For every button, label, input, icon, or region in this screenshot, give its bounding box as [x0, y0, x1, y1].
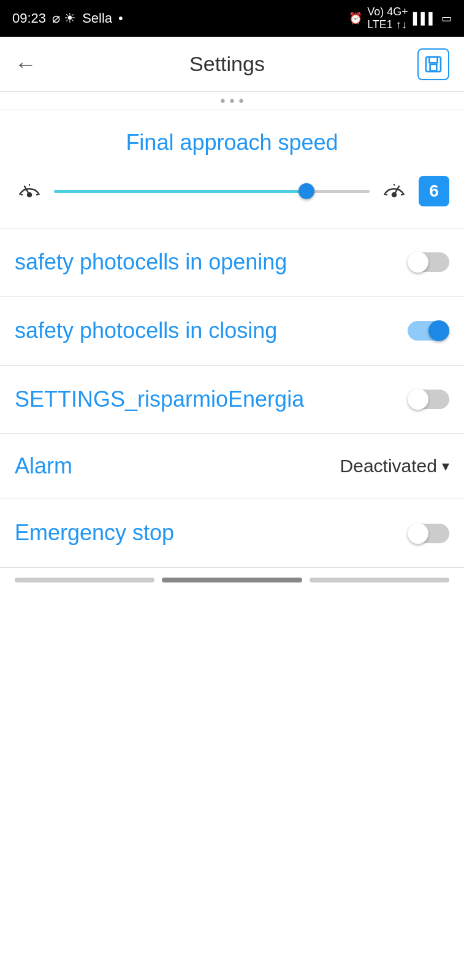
svg-rect-2: [430, 64, 437, 71]
safety-photocells-opening-section: safety photocells in opening: [0, 228, 464, 297]
safety-photocells-closing-label: safety photocells in closing: [15, 317, 408, 345]
svg-point-4: [28, 193, 31, 197]
status-time: 09:23: [12, 10, 46, 26]
battery-icon: ▭: [441, 12, 452, 25]
safety-photocells-closing-toggle[interactable]: [408, 319, 449, 342]
scroll-pill-2: [162, 578, 302, 582]
nav-bar: ← Settings: [0, 37, 464, 92]
speedometer-high-svg: [379, 174, 409, 203]
scroll-pill-3: [310, 578, 449, 582]
status-bar: 09:23 ⌀ ☀ Sella • ⏰ Vo) 4G+LTE1 ↑↓ ▌▌▌ ▭: [0, 0, 464, 37]
status-dot: •: [118, 10, 123, 26]
alarm-icon: ⏰: [349, 12, 362, 25]
toggle-thumb: [408, 389, 428, 410]
speedometer-low-svg: [15, 174, 44, 203]
save-button[interactable]: [417, 48, 449, 80]
svg-point-9: [392, 193, 396, 197]
scroll-pill-1: [15, 578, 154, 582]
safety-photocells-opening-label: safety photocells in opening: [15, 248, 408, 277]
alarm-value: Deactivated: [340, 456, 437, 477]
final-approach-speed-section: Final approach speed: [0, 110, 464, 228]
slider-value-badge: 6: [419, 176, 449, 206]
scroll-indicators: [0, 568, 464, 592]
alarm-label: Alarm: [15, 453, 72, 479]
chevron-down-icon: ▾: [442, 458, 449, 475]
slider-row: 6: [15, 174, 449, 208]
slider-track: [54, 190, 370, 193]
toggle-thumb: [428, 320, 449, 341]
speed-slider[interactable]: [54, 179, 370, 203]
signal-icon: ▌▌▌: [413, 12, 436, 25]
svg-rect-1: [429, 57, 437, 62]
toggle-thumb: [408, 523, 428, 544]
risparmio-energia-label: SETTINGS_risparmioEnergia: [15, 385, 408, 414]
risparmio-energia-toggle[interactable]: [408, 388, 449, 411]
speed-high-icon: [379, 174, 409, 208]
alarm-section: Alarm Deactivated ▾: [0, 434, 464, 499]
page-title: Settings: [189, 52, 265, 76]
status-icons: ⌀ ☀: [52, 10, 76, 26]
scroll-indicator-top: • • •: [0, 92, 464, 110]
speed-low-icon: [15, 174, 44, 208]
back-button[interactable]: ←: [15, 53, 37, 75]
risparmio-energia-section: SETTINGS_risparmioEnergia: [0, 366, 464, 434]
emergency-stop-section: Emergency stop: [0, 499, 464, 568]
save-icon: [424, 55, 443, 74]
slider-thumb[interactable]: [299, 183, 314, 199]
alarm-dropdown[interactable]: Deactivated ▾: [340, 456, 449, 477]
slider-value: 6: [429, 181, 439, 201]
safety-photocells-opening-toggle[interactable]: [408, 251, 449, 274]
final-approach-speed-title: Final approach speed: [15, 130, 449, 156]
status-bar-right: ⏰ Vo) 4G+LTE1 ↑↓ ▌▌▌ ▭: [349, 6, 452, 31]
scroll-dots: • • •: [220, 92, 244, 110]
slider-fill: [54, 190, 306, 193]
emergency-stop-toggle[interactable]: [408, 522, 449, 545]
toggle-thumb: [408, 252, 428, 273]
status-carrier: Sella: [82, 10, 112, 26]
network-info: Vo) 4G+LTE1 ↑↓: [367, 6, 408, 31]
safety-photocells-closing-section: safety photocells in closing: [0, 297, 464, 366]
emergency-stop-label: Emergency stop: [15, 519, 408, 548]
status-bar-left: 09:23 ⌀ ☀ Sella •: [12, 10, 123, 26]
